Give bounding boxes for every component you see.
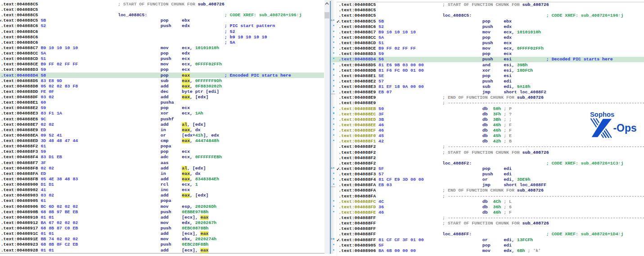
svg-text:-Ops: -Ops [613,121,637,134]
svg-text:Sophos: Sophos [590,111,614,118]
